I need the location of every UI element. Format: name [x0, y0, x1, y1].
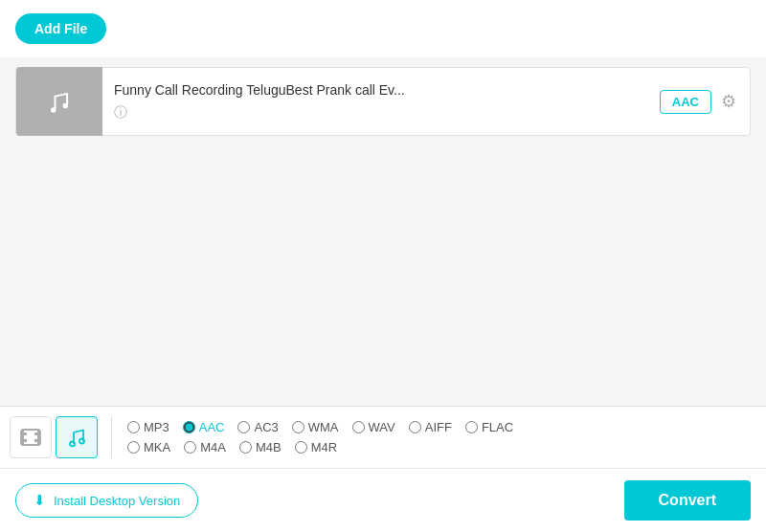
audio-tab-icon: [66, 428, 87, 447]
install-desktop-button[interactable]: ⬇ Install Desktop Version: [15, 483, 198, 518]
video-tab-icon: [20, 429, 41, 446]
format-badge[interactable]: AAC: [660, 90, 711, 114]
add-file-button[interactable]: Add File: [15, 13, 106, 44]
format-options: MP3 AAC AC3 WMA WAV AIFF F: [122, 420, 519, 454]
format-row-2: MKA M4A M4B M4R: [122, 440, 519, 454]
music-note-icon: [42, 84, 77, 119]
format-mka[interactable]: MKA: [122, 440, 176, 454]
format-ac3[interactable]: AC3: [232, 420, 283, 434]
svg-point-10: [79, 439, 84, 444]
svg-point-1: [63, 103, 68, 108]
settings-icon[interactable]: ⚙: [721, 91, 736, 112]
download-icon: ⬇: [34, 492, 46, 509]
svg-rect-8: [34, 439, 37, 442]
file-list: Funny Call Recording TeluguBest Prank ca…: [0, 57, 766, 406]
file-name: Funny Call Recording TeluguBest Prank ca…: [114, 82, 574, 98]
format-aac[interactable]: AAC: [177, 420, 231, 434]
format-bar: MP3 AAC AC3 WMA WAV AIFF F: [0, 407, 766, 469]
format-wma[interactable]: WMA: [286, 420, 345, 434]
svg-rect-5: [24, 432, 27, 435]
tab-group: [10, 416, 112, 458]
format-wav[interactable]: WAV: [347, 420, 401, 434]
svg-rect-4: [37, 430, 40, 445]
svg-rect-3: [21, 430, 24, 445]
install-label: Install Desktop Version: [54, 494, 180, 508]
format-row-1: MP3 AAC AC3 WMA WAV AIFF F: [122, 420, 519, 434]
svg-point-0: [51, 107, 56, 112]
video-tab[interactable]: [10, 416, 52, 458]
format-mp3[interactable]: MP3: [122, 420, 175, 434]
file-item: Funny Call Recording TeluguBest Prank ca…: [15, 67, 751, 136]
info-icon[interactable]: ⓘ: [114, 104, 127, 120]
format-m4a[interactable]: M4A: [178, 440, 232, 454]
svg-rect-7: [24, 439, 27, 442]
format-m4b[interactable]: M4B: [234, 440, 287, 454]
svg-rect-6: [34, 432, 37, 435]
svg-point-9: [70, 442, 75, 447]
convert-button[interactable]: Convert: [624, 480, 751, 521]
format-aiff[interactable]: AIFF: [403, 420, 458, 434]
bottom-panel: MP3 AAC AC3 WMA WAV AIFF F: [0, 406, 766, 532]
format-flac[interactable]: FLAC: [460, 420, 519, 434]
format-m4r[interactable]: M4R: [289, 440, 343, 454]
audio-tab[interactable]: [56, 416, 98, 458]
file-actions: AAC ⚙: [660, 90, 750, 114]
file-info: Funny Call Recording TeluguBest Prank ca…: [102, 75, 660, 129]
header: Add File: [0, 0, 766, 57]
footer-bar: ⬇ Install Desktop Version Convert: [0, 469, 766, 532]
file-thumbnail: [16, 67, 102, 136]
